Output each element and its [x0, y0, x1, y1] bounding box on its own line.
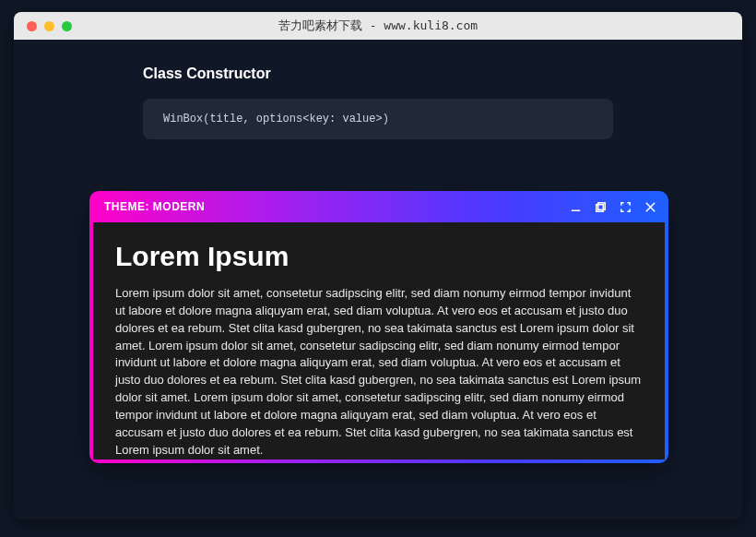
winbox-titlebar[interactable]: THEME: MODERN: [93, 191, 665, 222]
maximize-window-icon[interactable]: [62, 21, 72, 31]
browser-titlebar: 苦力吧素材下载 - www.kuli8.com: [14, 12, 742, 40]
page-content: Class Constructor WinBox(title, options<…: [14, 40, 742, 139]
restore-icon[interactable]: [593, 199, 608, 214]
close-icon[interactable]: [643, 199, 657, 214]
code-block: WinBox(title, options<key: value>): [143, 99, 613, 139]
minimize-icon[interactable]: [568, 199, 583, 214]
content-paragraph: Lorem ipsum dolor sit amet, consetetur s…: [115, 285, 643, 459]
traffic-lights: [14, 21, 72, 31]
winbox-body[interactable]: Lorem Ipsum Lorem ipsum dolor sit amet, …: [93, 222, 665, 459]
winbox-title: THEME: MODERN: [104, 200, 205, 213]
close-window-icon[interactable]: [27, 21, 37, 31]
minimize-window-icon[interactable]: [44, 21, 54, 31]
winbox-controls: [568, 199, 657, 214]
section-heading: Class Constructor: [143, 66, 742, 82]
winbox-modal[interactable]: THEME: MODERN Lorem Ipsum Lorem ipsum do…: [89, 191, 668, 463]
content-heading: Lorem Ipsum: [115, 241, 643, 272]
browser-title: 苦力吧素材下载 - www.kuli8.com: [14, 18, 742, 34]
fullscreen-icon[interactable]: [618, 199, 632, 214]
browser-window: 苦力吧素材下载 - www.kuli8.com Class Constructo…: [14, 12, 742, 519]
